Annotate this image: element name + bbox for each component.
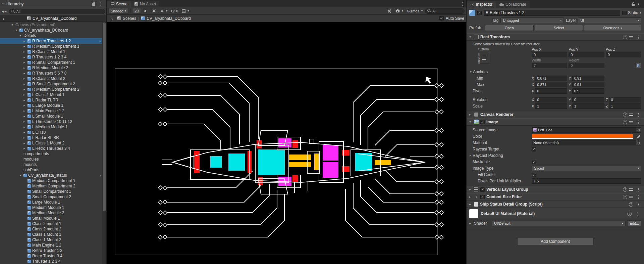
- foldout-arrow[interactable]: ▸: [22, 55, 26, 59]
- presets-icon[interactable]: [629, 113, 633, 117]
- foldout-arrow[interactable]: ▸: [468, 222, 472, 225]
- presets-icon[interactable]: [629, 188, 633, 191]
- image-header[interactable]: ▾ Image ? ⋮: [467, 118, 644, 126]
- object-picker-icon[interactable]: ⊙: [636, 140, 641, 145]
- hierarchy-item-subparts[interactable]: subParts: [0, 167, 106, 173]
- help-icon[interactable]: ?: [623, 113, 627, 117]
- component-menu-icon[interactable]: ⋮: [635, 194, 642, 200]
- hierarchy-item-medium-compartment-2[interactable]: Medium Compartment 2: [0, 183, 106, 189]
- color-field[interactable]: [532, 134, 633, 139]
- hierarchy-item-small-compartment-2[interactable]: Small Compartment 2: [0, 194, 106, 200]
- hierarchy-item-l-main-engine-1-2[interactable]: ▸L Main Engine 1 2: [0, 108, 106, 114]
- presets-icon[interactable]: [629, 35, 633, 39]
- scene-canvas[interactable]: [107, 22, 466, 264]
- hierarchy-item-modules[interactable]: modules: [0, 157, 106, 162]
- hierarchy-item-class-1-mount-1[interactable]: Class 1 Mount 1: [0, 232, 106, 237]
- prefab-select-button[interactable]: Select: [535, 25, 583, 31]
- breadcrumb-back-icon[interactable]: ‹: [109, 16, 115, 21]
- hierarchy-item-main-engine-1-2[interactable]: Main Engine 1 2: [0, 243, 106, 248]
- hierarchy-item-compartments[interactable]: compartments: [0, 151, 106, 157]
- foldout-arrow[interactable]: ▸: [468, 203, 472, 206]
- gizmos-dropdown[interactable]: Gizmos▾: [406, 8, 424, 14]
- foldout-arrow[interactable]: ▸: [22, 104, 26, 107]
- material-header[interactable]: Default UI Material (Material) ? ⋮: [467, 208, 644, 219]
- foldout-arrow[interactable]: ▸: [22, 93, 26, 96]
- breadcrumb-scenes[interactable]: Scenes: [117, 16, 136, 21]
- hierarchy-item-l-small-module-1[interactable]: ▸L Small Module 1: [0, 114, 106, 119]
- foldout-arrow[interactable]: ▸: [22, 45, 26, 48]
- hierarchy-item-r-thrusters-1-2-3-4[interactable]: ▸R Thrusters 1 2 3 4: [0, 54, 106, 60]
- foldout-arrow[interactable]: ▸: [22, 61, 26, 64]
- hierarchy-item-canvas-environment-[interactable]: ▾Canvas (Environment): [0, 22, 106, 28]
- foldout-arrow[interactable]: ▾: [468, 35, 472, 39]
- 2d-toggle[interactable]: 2D: [133, 8, 141, 14]
- raw-edit-toggle[interactable]: R: [635, 63, 641, 68]
- object-picker-icon[interactable]: ⊙: [636, 128, 641, 132]
- scale-y-field[interactable]: 1: [572, 103, 604, 109]
- anchor-min-x-field[interactable]: 0.871: [535, 76, 567, 81]
- hierarchy-item-r-retro-thrusters-1-2[interactable]: ▸R Retro Thrusters 1 2›: [0, 38, 106, 44]
- hierarchy-item-r-small-compartment-2[interactable]: ▸R Small Compartment 2: [0, 81, 106, 87]
- foldout-arrow[interactable]: ▸: [22, 115, 26, 118]
- pivot-y-field[interactable]: 0.5: [572, 88, 604, 94]
- material-field[interactable]: None (Material) ⊙: [532, 140, 641, 145]
- help-icon[interactable]: ?: [623, 35, 627, 39]
- prefab-mode-header[interactable]: ‹ CV_aryabhata_DCboard: [0, 15, 106, 22]
- tab-no-asset[interactable]: No Asset: [131, 1, 159, 7]
- prefab-overrides-button[interactable]: Overrides▾: [584, 25, 641, 31]
- scale-x-field[interactable]: 1: [535, 103, 567, 109]
- tag-dropdown[interactable]: Untagged▾: [500, 17, 564, 23]
- foldout-arrow[interactable]: ▾: [18, 34, 22, 37]
- hierarchy-item-l-large-module-1[interactable]: ▸L Large Module 1: [0, 103, 106, 108]
- help-icon[interactable]: ?: [629, 202, 633, 207]
- tab-scene[interactable]: Scene: [107, 1, 131, 7]
- rect-transform-header[interactable]: ▾ Rect Transform ? ⋮: [467, 33, 644, 41]
- hierarchy-item-medium-module-1[interactable]: Medium Module 1: [0, 205, 106, 210]
- content-size-fitter-header[interactable]: ▸ ↕ Content Size Fitter ? ⋮: [467, 193, 644, 201]
- hierarchy-item-cv-aryabhata-status[interactable]: ▾CV_aryabhata_status›: [0, 173, 106, 178]
- foldout-arrow[interactable]: ▸: [22, 136, 26, 139]
- component-menu-icon[interactable]: ⋮: [635, 187, 642, 192]
- hierarchy-item-l-cr10[interactable]: ▸L CR10: [0, 130, 106, 135]
- anchor-presets-button[interactable]: custom: [478, 52, 490, 64]
- anchor-min-y-field[interactable]: 0.91: [572, 76, 604, 81]
- foldout-arrow[interactable]: ▸: [22, 77, 26, 80]
- hierarchy-item-class-1-mount-2[interactable]: Class 1 Mount 2: [0, 237, 106, 243]
- enter-prefab-arrow-icon[interactable]: ›: [99, 173, 101, 177]
- canvas-renderer-header[interactable]: ▸ Canvas Renderer ? ⋮: [467, 111, 644, 118]
- vertical-layout-group-header[interactable]: ▸ Vertical Layout Group ? ⋮: [467, 186, 644, 193]
- presets-icon[interactable]: [629, 195, 633, 199]
- hierarchy-item-thruster-1-2-3-4[interactable]: Thruster 1 2 3 4: [0, 259, 106, 264]
- foldout-arrow[interactable]: ▾: [14, 29, 18, 32]
- presets-icon[interactable]: [629, 120, 633, 124]
- lock-icon[interactable]: [92, 3, 95, 6]
- width-field[interactable]: 7: [532, 63, 567, 68]
- hierarchy-item-large-module-1[interactable]: Large Module 1: [0, 200, 106, 205]
- hierarchy-item-cv-aryabhata-dcboard[interactable]: ▾CV_aryabhata_DCboard: [0, 28, 106, 33]
- component-enabled-checkbox[interactable]: [480, 195, 485, 199]
- auto-save-checkbox[interactable]: [439, 16, 444, 20]
- grid-dropdown[interactable]: ▾: [180, 8, 190, 14]
- component-enabled-checkbox[interactable]: [480, 187, 485, 192]
- hierarchy-item-small-module-1[interactable]: Small Module 1: [0, 216, 106, 221]
- scene-menu-icon[interactable]: ⋮: [459, 1, 466, 6]
- hierarchy-item-l-medium-module-1[interactable]: ▸L Medium Module 1: [0, 124, 106, 130]
- pivot-x-field[interactable]: 0: [535, 88, 567, 94]
- pos-x-field[interactable]: 0: [532, 52, 567, 57]
- hierarchy-item-medium-compartment-1[interactable]: Medium Compartment 1: [0, 178, 106, 183]
- tab-collaborate[interactable]: Collaborate: [496, 1, 529, 8]
- pos-y-field[interactable]: 0: [569, 52, 604, 57]
- hierarchy-item-retro-truster-3-4[interactable]: Retro Truster 3 4: [0, 253, 106, 259]
- scale-z-field[interactable]: 1: [609, 103, 641, 109]
- hierarchy-item-l-radar-tl-tr[interactable]: ▸L Radar TL TR: [0, 97, 106, 103]
- foldout-arrow[interactable]: ▸: [22, 141, 26, 145]
- shader-edit-button[interactable]: Edit...: [627, 220, 641, 226]
- source-image-field[interactable]: Left_Bar ⊙: [532, 127, 641, 133]
- foldout-arrow[interactable]: ▸: [468, 188, 472, 191]
- image-type-dropdown[interactable]: Sliced▾: [532, 166, 641, 171]
- gameobject-name-field[interactable]: R Retro Thrusters 1 2: [484, 10, 620, 16]
- hierarchy-item-r-medium-module-2[interactable]: ▸R Medium Module 2: [0, 65, 106, 71]
- effects-dropdown[interactable]: ▾: [159, 8, 169, 14]
- hierarchy-item-class-2-mount-1[interactable]: Class 2 mount 1: [0, 221, 106, 226]
- eyedropper-icon[interactable]: [636, 134, 641, 139]
